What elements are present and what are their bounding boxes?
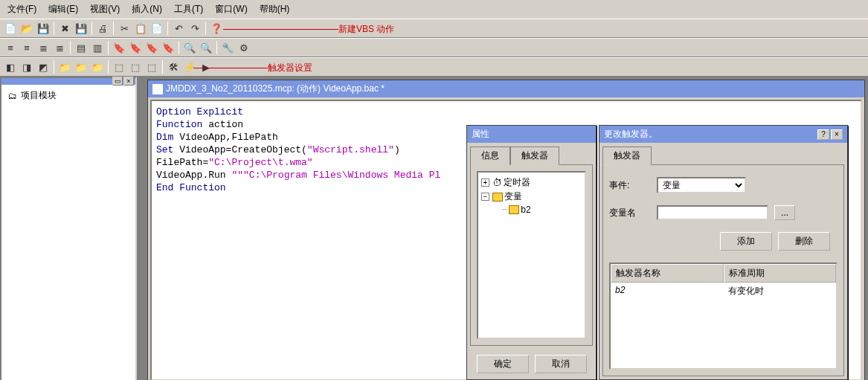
tb3-icon[interactable]: ◧ <box>3 59 18 74</box>
expand-icon[interactable]: + <box>481 178 489 187</box>
tb-print-icon[interactable]: 🖨 <box>95 21 110 36</box>
collapse-icon[interactable]: − <box>481 193 489 201</box>
ok-button[interactable]: 确定 <box>477 355 529 373</box>
trigger-dialog: 更改触发器。 ? × 触发器 事件: 变量 变量名 ... 添加 删除 触发器名… <box>599 125 848 380</box>
properties-title: 属性 <box>467 126 596 143</box>
tb2-icon[interactable]: ▥ <box>90 40 105 55</box>
varname-label: 变量名 <box>609 207 651 219</box>
folder-icon <box>492 193 503 202</box>
menu-help[interactable]: 帮助(H) <box>255 1 295 17</box>
tb3-folder-icon[interactable]: 📁 <box>90 59 105 74</box>
menu-view[interactable]: 视图(V) <box>86 1 124 17</box>
col-cycle[interactable]: 标准周期 <box>724 264 837 283</box>
tree-variable[interactable]: − 变量 <box>481 190 582 204</box>
trigger-dialog-title: 更改触发器。 ? × <box>599 126 847 143</box>
tb2-icon[interactable]: ≣ <box>36 40 51 55</box>
browse-button[interactable]: ... <box>774 205 795 220</box>
panel-min-icon[interactable]: ▭ <box>112 77 123 86</box>
tb2-clear-icon[interactable]: 🔖 <box>161 40 176 55</box>
tb3-folder-icon[interactable]: 📁 <box>74 59 89 74</box>
toolbar-3: ◧ ◨ ◩ 📁 📁 📁 ⬚ ⬚ ⬚ 🛠 ⚡ ▶ 触发器设置 <box>0 57 868 77</box>
cancel-button[interactable]: 取消 <box>535 355 587 373</box>
table-row[interactable]: b2 有变化时 <box>611 283 836 300</box>
tb-open-icon[interactable]: 📂 <box>19 21 34 36</box>
varname-input[interactable] <box>657 205 768 220</box>
tb3-icon[interactable]: 🛠 <box>166 59 181 74</box>
module-icon: 🗂 <box>7 91 18 101</box>
tb2-find-icon[interactable]: 🔍 <box>182 40 197 55</box>
event-select[interactable]: 变量 <box>657 177 746 193</box>
menu-bar: 文件(F) 编辑(E) 视图(V) 插入(N) 工具(T) 窗口(W) 帮助(H… <box>0 0 868 19</box>
project-panel: ▭ × 🗂 项目模块 <box>0 77 137 380</box>
tree-timer[interactable]: + 定时器 <box>481 175 582 190</box>
folder-icon <box>509 205 519 214</box>
tb-paste-icon[interactable]: 📄 <box>150 21 164 36</box>
tb-copy-icon[interactable]: 📋 <box>133 21 148 36</box>
tb-redo-icon[interactable]: ↷ <box>187 21 202 36</box>
tab-trigger[interactable]: 触发器 <box>510 146 559 165</box>
properties-panel: 属性 信息 触发器 + 定时器 − 变量 ┈ b2 确定 取消 <box>466 125 597 380</box>
toolbar-1: 📄 📂 💾 ✖ 💾 🖨 ✂ 📋 📄 ↶ ↷ ❓ 新建VBS 动作 <box>0 19 868 38</box>
tb3-icon[interactable]: ◩ <box>36 59 51 74</box>
event-label: 事件: <box>609 179 651 192</box>
project-tree[interactable]: 🗂 项目模块 <box>1 85 135 106</box>
help-icon[interactable]: ? <box>817 129 829 140</box>
tb-undo-icon[interactable]: ↶ <box>171 21 186 36</box>
tb-cut-icon[interactable]: ✂ <box>117 21 132 36</box>
tree-child-b2[interactable]: ┈ b2 <box>481 204 582 216</box>
menu-insert[interactable]: 插入(N) <box>127 1 167 17</box>
tb2-bookmark-icon[interactable]: 🔖 <box>112 40 126 55</box>
tb3-icon[interactable]: ⬚ <box>112 59 126 74</box>
tb2-settings-icon[interactable]: 🔧 <box>220 40 235 55</box>
tb3-icon[interactable]: ◨ <box>19 59 34 74</box>
trigger-list[interactable]: 触发器名称 标准周期 b2 有变化时 <box>609 263 838 370</box>
col-name[interactable]: 触发器名称 <box>611 264 724 283</box>
tb2-replace-icon[interactable]: 🔍 <box>199 40 213 55</box>
tree-root-label: 项目模块 <box>21 89 57 102</box>
tab-trigger-dlg[interactable]: 触发器 <box>602 146 652 165</box>
tb2-icon[interactable]: ≣ <box>52 40 67 55</box>
editor-title-text: JMDDX_3_No2_20110325.mcp: (动作) VideoApp.… <box>166 83 385 95</box>
menu-window[interactable]: 窗口(W) <box>210 1 251 17</box>
tb3-icon[interactable]: ⬚ <box>128 59 143 74</box>
tb2-next-icon[interactable]: 🔖 <box>128 40 143 55</box>
tb3-icon[interactable]: ⬚ <box>144 59 159 74</box>
tb-help-icon[interactable]: ❓ <box>209 21 224 36</box>
tb2-icon[interactable]: ▤ <box>74 40 89 55</box>
panel-close-icon[interactable]: × <box>123 77 134 86</box>
editor-titlebar: JMDDX_3_No2_20110325.mcp: (动作) VideoApp.… <box>148 80 864 97</box>
tb-close-icon[interactable]: ✖ <box>57 21 72 36</box>
file-icon <box>152 84 163 94</box>
delete-button[interactable]: 删除 <box>778 232 830 251</box>
menu-file[interactable]: 文件(F) <box>3 1 41 17</box>
close-icon[interactable]: × <box>831 129 843 140</box>
toolbar-2: ≡ ≡ ≣ ≣ ▤ ▥ 🔖 🔖 🔖 🔖 🔍 🔍 🔧 ⚙ <box>0 38 868 57</box>
tb2-icon[interactable]: ≡ <box>19 40 34 55</box>
tb-new-icon[interactable]: 📄 <box>3 21 18 36</box>
tb-saveall-icon[interactable]: 💾 <box>74 21 89 36</box>
menu-edit[interactable]: 编辑(E) <box>44 1 83 17</box>
trigger-tree[interactable]: + 定时器 − 变量 ┈ b2 <box>477 171 586 339</box>
tb-save-icon[interactable]: 💾 <box>36 21 51 36</box>
tab-info[interactable]: 信息 <box>470 146 510 165</box>
tb2-prev-icon[interactable]: 🔖 <box>144 40 159 55</box>
add-button[interactable]: 添加 <box>720 232 772 251</box>
project-panel-title: ▭ × <box>1 78 135 85</box>
tb3-folder-icon[interactable]: 📁 <box>57 59 72 74</box>
annotation-trigger: 触发器设置 <box>193 62 312 74</box>
menu-tools[interactable]: 工具(T) <box>170 1 208 17</box>
tb2-tools-icon[interactable]: ⚙ <box>237 40 251 55</box>
clock-icon <box>492 177 502 188</box>
tb2-icon[interactable]: ≡ <box>3 40 18 55</box>
tree-root[interactable]: 🗂 项目模块 <box>7 89 129 102</box>
annotation-new-vbs: 新建VBS 动作 <box>223 23 394 36</box>
